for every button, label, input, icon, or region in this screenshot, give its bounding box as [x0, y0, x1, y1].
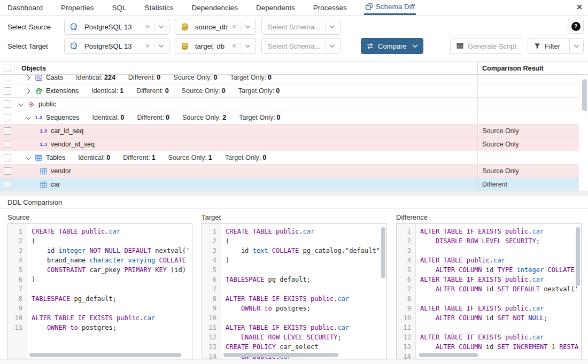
row-checkbox[interactable] [4, 74, 11, 81]
filter-dropdown-chevron-icon[interactable] [569, 38, 583, 53]
grid-row-Sequences[interactable]: 1..3SequencesIdentical:0Different:0Sourc… [0, 111, 579, 125]
target-horizontal-scrollbar[interactable] [223, 353, 338, 357]
count-source-only: Source Only:2 [182, 114, 226, 121]
source-server-clear-icon[interactable]: ✕ [143, 23, 154, 30]
table-icon [39, 167, 48, 175]
collapse-chevron-icon[interactable] [18, 101, 24, 106]
row-checkbox[interactable] [4, 87, 11, 95]
select-target-row: Select Target PostgreSQL 13 ✕ target_db … [0, 36, 588, 56]
database-icon [180, 23, 189, 31]
line-numbers: 1234567891011121314 [202, 224, 221, 359]
count-identical: Identical:224 [76, 74, 115, 81]
target-schema-select[interactable]: Select Schema... [261, 38, 341, 54]
chevron-down-icon[interactable] [326, 44, 337, 48]
tab-bar: DashboardPropertiesSQLStatisticsDependen… [0, 0, 588, 16]
chevron-down-icon[interactable] [154, 25, 166, 29]
source-schema-select[interactable]: Select Schema... [261, 19, 341, 35]
count-identical: Identical:0 [92, 114, 125, 121]
row-checkbox[interactable] [4, 100, 11, 108]
grid-row-vendor[interactable]: vendorSource Only [0, 165, 579, 178]
difference-vertical-scrollbar[interactable] [576, 227, 580, 286]
tab-statistics[interactable]: Statistics [144, 0, 175, 15]
source-database-select[interactable]: source_db ✕ [175, 19, 256, 35]
tab-dashboard[interactable]: Dashboard [6, 0, 44, 15]
source-database-clear-icon[interactable]: ✕ [229, 23, 241, 30]
difference-pane-label: Difference [396, 211, 582, 223]
expand-chevron-icon[interactable] [25, 75, 30, 80]
source-horizontal-scrollbar[interactable] [29, 353, 181, 357]
target-server-clear-icon[interactable]: ✕ [143, 42, 154, 50]
tab-dependencies[interactable]: Dependencies [191, 0, 239, 15]
count-target-only: Target Only:0 [230, 74, 272, 81]
grid-vertical-scrollbar[interactable] [582, 79, 587, 111]
object-label: Sequences [46, 114, 80, 121]
panel-splitter[interactable] [0, 191, 588, 196]
target-code: CREATE TABLE public.car( id text COLLATE… [221, 224, 386, 359]
close-icon[interactable]: ✕ [576, 2, 583, 12]
collapse-chevron-icon[interactable] [26, 114, 31, 120]
schema-diff-icon [365, 3, 373, 11]
tab-properties[interactable]: Properties [60, 0, 95, 15]
help-icon: ? [571, 22, 581, 31]
line-numbers: 1234567891011121314 [397, 224, 416, 359]
tab-processes[interactable]: Processes [312, 0, 348, 15]
target-vertical-scrollbar[interactable] [381, 227, 385, 278]
row-checkbox[interactable] [4, 114, 11, 121]
tab-dependents[interactable]: Dependents [255, 0, 296, 15]
count-identical: Identical:1 [91, 87, 123, 95]
target-server-value: PostgreSQL 13 [84, 42, 143, 50]
difference-ddl-editor[interactable]: 1234567891011121314ALTER TABLE IF EXISTS… [396, 223, 582, 359]
chevron-down-icon[interactable] [241, 44, 252, 48]
chevron-down-icon[interactable] [154, 44, 166, 48]
count-different: Different:0 [136, 87, 168, 95]
select-source-label: Select Source [7, 23, 64, 31]
grid-row-car[interactable]: carDifferent [0, 178, 579, 191]
source-server-select[interactable]: PostgreSQL 13 ✕ [64, 19, 169, 35]
grid-row-vendor_id_seq[interactable]: 1..3vendor_id_seqSource Only [0, 138, 579, 151]
grid-header: Objects Comparison Result [0, 62, 588, 75]
target-database-value: target_db [195, 42, 229, 50]
object-label: Casts [46, 74, 63, 81]
line-numbers: 1234567891011 [8, 224, 27, 359]
row-checkbox[interactable] [4, 141, 11, 148]
compare-button[interactable]: Compare [361, 38, 423, 54]
chevron-down-icon[interactable] [326, 25, 337, 29]
chevron-down-icon[interactable] [412, 44, 418, 48]
comparison-result-value [477, 111, 579, 124]
source-ddl-editor[interactable]: 1234567891011CREATE TABLE public.car( id… [7, 223, 192, 359]
tab-schema-diff[interactable]: Schema Diff [364, 0, 416, 15]
generate-script-button[interactable]: Generate Script [450, 38, 522, 54]
target-server-select[interactable]: PostgreSQL 13 ✕ [64, 38, 169, 54]
ddl-comparison-title: DDL Comparision [0, 196, 588, 209]
collapse-chevron-icon[interactable] [26, 154, 31, 160]
comparison-result-value [477, 151, 579, 164]
comparison-result-value: Different [477, 178, 579, 191]
filter-funnel-icon [533, 42, 541, 50]
postgres-server-icon [69, 42, 78, 50]
count-source-only: Source Only:0 [173, 74, 217, 81]
comparison-result-value [477, 84, 579, 97]
row-checkbox[interactable] [4, 127, 11, 135]
target-database-clear-icon[interactable]: ✕ [229, 42, 241, 50]
chevron-down-icon[interactable] [241, 25, 252, 29]
ddl-panes: Source 1234567891011CREATE TABLE public.… [0, 211, 588, 359]
grid-row-car_id_seq[interactable]: 1..3car_id_seqSource Only [0, 125, 579, 138]
expand-chevron-icon[interactable] [25, 88, 30, 94]
tab-sql[interactable]: SQL [111, 0, 128, 15]
target-ddl-editor[interactable]: 1234567891011121314CREATE TABLE public.c… [202, 223, 387, 359]
row-checkbox[interactable] [4, 181, 11, 188]
grid-row-Tables[interactable]: TablesIdentical:0Different:1Source Only:… [0, 151, 579, 165]
row-checkbox[interactable] [4, 167, 11, 175]
row-checkbox[interactable] [4, 154, 11, 161]
target-database-select[interactable]: target_db ✕ [175, 38, 256, 54]
select-target-label: Select Target [7, 42, 64, 50]
difference-horizontal-scrollbar[interactable] [419, 353, 478, 357]
grid-row-Extensions[interactable]: ExtensionsIdentical:1Different:0Source O… [0, 84, 579, 98]
help-button[interactable]: ? [568, 19, 584, 34]
object-label: Extensions [46, 87, 79, 95]
postgres-server-icon [69, 22, 78, 31]
count-target-only: Target Only:0 [238, 87, 280, 95]
select-all-checkbox[interactable] [4, 65, 11, 72]
filter-button[interactable]: Filter [528, 38, 584, 54]
grid-row-public[interactable]: public [0, 98, 579, 111]
